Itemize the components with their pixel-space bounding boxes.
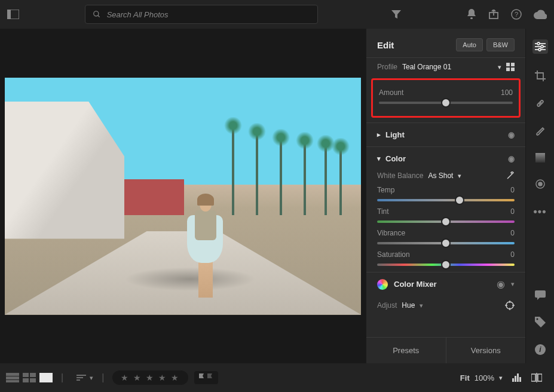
color-mixer-row[interactable]: Color Mixer ◉ ▾ xyxy=(366,272,525,296)
eye-icon[interactable]: ◉ xyxy=(508,154,515,163)
white-balance-label: White Balance xyxy=(377,172,423,180)
brush-icon[interactable] xyxy=(535,125,546,136)
crop-icon[interactable] xyxy=(535,71,546,81)
comment-icon[interactable] xyxy=(535,290,546,300)
chevron-right-icon: ▸ xyxy=(377,131,381,139)
healing-icon[interactable] xyxy=(535,98,546,109)
svg-point-20 xyxy=(537,42,540,45)
histogram-icon[interactable] xyxy=(512,373,523,382)
eyedropper-icon[interactable] xyxy=(506,172,515,180)
top-bar: Search All Photos ? xyxy=(0,0,554,29)
profile-browser-icon[interactable] xyxy=(506,63,515,71)
svg-point-2 xyxy=(93,11,98,16)
chevron-down-icon: ▾ xyxy=(377,155,381,163)
svg-rect-10 xyxy=(506,63,510,66)
vibrance-slider[interactable]: Vibrance0 xyxy=(366,225,525,247)
white-balance-value: As Shot xyxy=(428,172,453,180)
svg-point-22 xyxy=(541,45,543,48)
svg-marker-4 xyxy=(391,10,401,19)
chevron-down-icon: ▾ xyxy=(458,172,461,180)
versions-tab[interactable]: Versions xyxy=(446,338,526,363)
grid-view-icon[interactable] xyxy=(6,373,19,382)
svg-rect-38 xyxy=(515,376,516,382)
flag-controls[interactable] xyxy=(194,371,218,384)
profile-value: Teal Orange 01 xyxy=(402,63,493,71)
chevron-down-icon: ▾ xyxy=(498,63,501,71)
amount-value: 100 xyxy=(501,88,513,97)
radial-gradient-icon[interactable] xyxy=(535,179,545,189)
auto-button[interactable]: Auto xyxy=(456,38,483,51)
right-rail: ••• i xyxy=(525,29,554,363)
target-adjust-icon[interactable] xyxy=(505,301,515,310)
profile-label: Profile xyxy=(377,63,397,71)
temp-slider[interactable]: Temp0 xyxy=(366,182,525,204)
rating-stars[interactable]: ★ ★ ★ ★ ★ xyxy=(112,370,188,385)
white-balance-row[interactable]: White Balance As Shot ▾ xyxy=(366,166,525,182)
amount-label: Amount xyxy=(379,88,403,97)
color-mixer-label: Color Mixer xyxy=(394,280,437,289)
saturation-slider[interactable]: Saturation0 xyxy=(366,247,525,272)
bell-icon[interactable] xyxy=(467,9,476,20)
square-grid-icon[interactable] xyxy=(23,373,36,382)
svg-rect-13 xyxy=(511,68,515,71)
info-icon[interactable]: i xyxy=(535,344,546,355)
svg-rect-39 xyxy=(517,373,519,382)
chevron-down-icon: ▾ xyxy=(420,302,423,310)
canvas-area[interactable] xyxy=(0,29,366,363)
svg-rect-41 xyxy=(531,374,535,381)
edit-header: Edit Auto B&W xyxy=(366,29,525,57)
search-icon xyxy=(93,10,101,19)
fit-label: Fit xyxy=(460,373,470,382)
edit-panel: Edit Auto B&W Profile Teal Orange 01 ▾ A… xyxy=(366,29,525,363)
linear-gradient-icon[interactable] xyxy=(535,153,545,163)
photo-preview xyxy=(5,78,361,315)
more-icon[interactable]: ••• xyxy=(534,206,547,218)
bw-button[interactable]: B&W xyxy=(486,38,515,51)
svg-rect-37 xyxy=(512,378,514,382)
presets-tab[interactable]: Presets xyxy=(366,338,446,363)
amount-slider[interactable]: Amount 100 xyxy=(379,85,513,108)
svg-point-24 xyxy=(538,48,541,51)
svg-rect-11 xyxy=(511,63,515,66)
eye-icon[interactable]: ◉ xyxy=(508,130,515,139)
compare-icon[interactable] xyxy=(531,373,542,382)
topbar-right-icons: ? xyxy=(467,9,547,20)
color-label: Color xyxy=(385,154,406,163)
svg-rect-42 xyxy=(538,374,542,381)
svg-rect-1 xyxy=(7,10,11,19)
zoom-controls[interactable]: Fit 100% ▾ xyxy=(460,373,542,382)
adjust-row[interactable]: Adjust Hue ▾ xyxy=(366,296,525,316)
tint-slider[interactable]: Tint0 xyxy=(366,204,525,225)
svg-rect-5 xyxy=(470,17,473,19)
filter-icon[interactable] xyxy=(391,10,401,19)
light-label: Light xyxy=(385,130,405,139)
light-section[interactable]: ▸ Light ◉ xyxy=(366,122,525,146)
profile-row[interactable]: Profile Teal Orange 01 ▾ xyxy=(366,57,525,76)
share-icon[interactable] xyxy=(488,10,499,19)
edit-sliders-icon[interactable] xyxy=(532,39,548,54)
adjust-label: Adjust xyxy=(377,301,397,310)
chevron-down-icon: ▾ xyxy=(511,280,515,288)
svg-rect-40 xyxy=(519,377,521,382)
main-area: Edit Auto B&W Profile Teal Orange 01 ▾ A… xyxy=(0,29,554,363)
svg-text:?: ? xyxy=(515,11,518,18)
panel-toggle-icon[interactable] xyxy=(7,10,19,19)
svg-line-3 xyxy=(97,16,99,17)
search-placeholder: Search All Photos xyxy=(107,10,169,19)
help-icon[interactable]: ? xyxy=(511,9,522,20)
single-view-icon[interactable] xyxy=(39,373,53,382)
search-input[interactable]: Search All Photos xyxy=(85,5,318,24)
color-wheel-icon xyxy=(377,279,388,290)
zoom-value: 100% xyxy=(475,373,494,382)
view-mode-buttons xyxy=(6,373,53,382)
eye-icon[interactable]: ◉ xyxy=(497,278,505,290)
adjust-value: Hue xyxy=(402,301,415,310)
svg-rect-28 xyxy=(535,153,545,163)
bottom-bar: | ▾ | ★ ★ ★ ★ ★ Fit 100% ▾ xyxy=(0,363,554,392)
sort-dropdown[interactable]: ▾ xyxy=(76,374,93,382)
tag-icon[interactable] xyxy=(535,317,546,327)
cloud-icon[interactable] xyxy=(534,10,547,19)
color-section[interactable]: ▾ Color ◉ xyxy=(366,146,525,166)
edit-title: Edit xyxy=(377,40,394,50)
amount-highlight: Amount 100 xyxy=(371,78,521,118)
